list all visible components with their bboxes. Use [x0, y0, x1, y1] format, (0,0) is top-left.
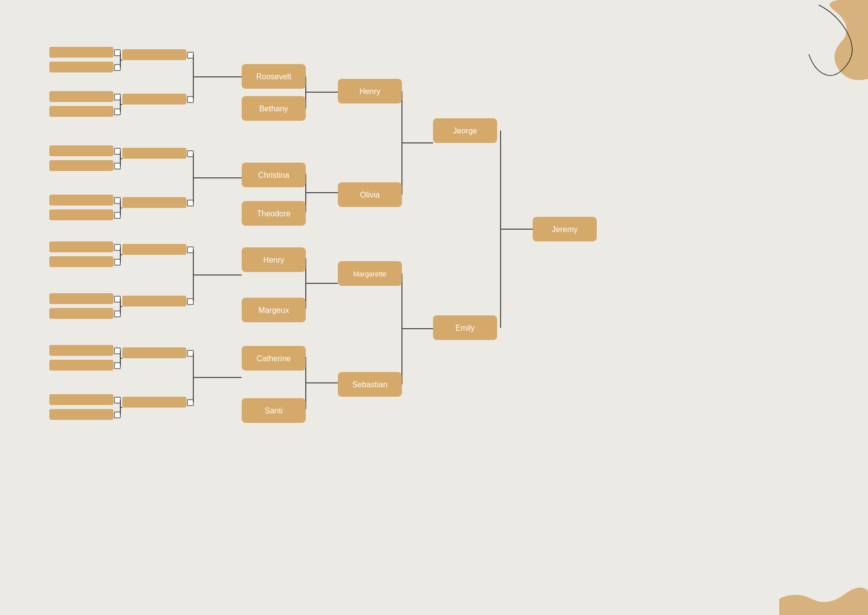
- bar: [49, 91, 113, 102]
- bar: [49, 47, 113, 58]
- bar: [122, 244, 186, 255]
- bar: [122, 296, 186, 307]
- connector-sq: [114, 50, 120, 56]
- connector-sq: [187, 350, 193, 356]
- bar: [49, 195, 113, 205]
- left-column-bars: [49, 47, 120, 420]
- bar: [49, 62, 113, 72]
- connector-sq: [114, 109, 120, 115]
- connector-sq: [114, 397, 120, 403]
- connector-sq: [114, 244, 120, 250]
- bar: [49, 409, 113, 420]
- connector-sq: [187, 151, 193, 157]
- round1-theodore-label: Theodore: [257, 209, 291, 218]
- bar: [49, 293, 113, 304]
- round1-roosevelt-label: Roosevelt: [256, 72, 291, 81]
- connector-sq: [187, 299, 193, 305]
- round1-margeux-label: Margeux: [258, 306, 289, 314]
- round1-santi-label: Santi: [265, 407, 283, 415]
- bar: [122, 397, 186, 408]
- bar: [122, 347, 186, 358]
- bar: [49, 241, 113, 252]
- connector-sq: [114, 412, 120, 418]
- bar: [49, 160, 113, 171]
- connector-sq: [114, 198, 120, 204]
- bar: [122, 197, 186, 208]
- bar: [49, 145, 113, 156]
- bar: [49, 360, 113, 371]
- connector-sq: [114, 163, 120, 169]
- connector-sq: [114, 148, 120, 154]
- connector-sq: [187, 247, 193, 253]
- round3-emily-label: Emily: [455, 324, 474, 332]
- connector-sq: [114, 259, 120, 265]
- round2-sebastian-label: Sebastian: [352, 380, 387, 389]
- bar: [49, 209, 113, 220]
- bar: [122, 49, 186, 60]
- round1-bethany-label: Bethany: [259, 104, 289, 113]
- connector-sq: [114, 94, 120, 100]
- bar: [49, 106, 113, 117]
- bar: [122, 148, 186, 159]
- bar: [49, 308, 113, 319]
- connector-sq: [187, 97, 193, 102]
- round1-christina-label: Christina: [258, 171, 289, 179]
- connector-sq: [187, 200, 193, 206]
- round1-henry-label: Henry: [263, 256, 285, 264]
- connector-sq: [114, 348, 120, 354]
- bar: [122, 94, 186, 104]
- round1-catherine-label: Catherine: [256, 354, 290, 363]
- second-column-bars: [122, 49, 193, 408]
- connector-sq: [114, 311, 120, 317]
- connector-sq: [187, 400, 193, 406]
- connector-sq: [114, 296, 120, 302]
- connector-sq: [187, 52, 193, 58]
- connector-sq: [114, 65, 120, 70]
- round3-jeorge-label: Jeorge: [453, 127, 477, 135]
- round2-olivia-label: Olivia: [360, 191, 380, 199]
- round4-jeremy-label: Jeremy: [552, 225, 578, 234]
- bar: [49, 394, 113, 405]
- connector-sq: [114, 363, 120, 369]
- bar: [49, 256, 113, 267]
- round2-margarette-label: Margarette: [353, 270, 387, 278]
- bracket-svg: Roosevelt Bethany Christina Theodore Hen…: [0, 0, 868, 615]
- bar: [49, 345, 113, 356]
- round2-henry-label: Henry: [360, 87, 381, 96]
- connector-sq: [114, 212, 120, 218]
